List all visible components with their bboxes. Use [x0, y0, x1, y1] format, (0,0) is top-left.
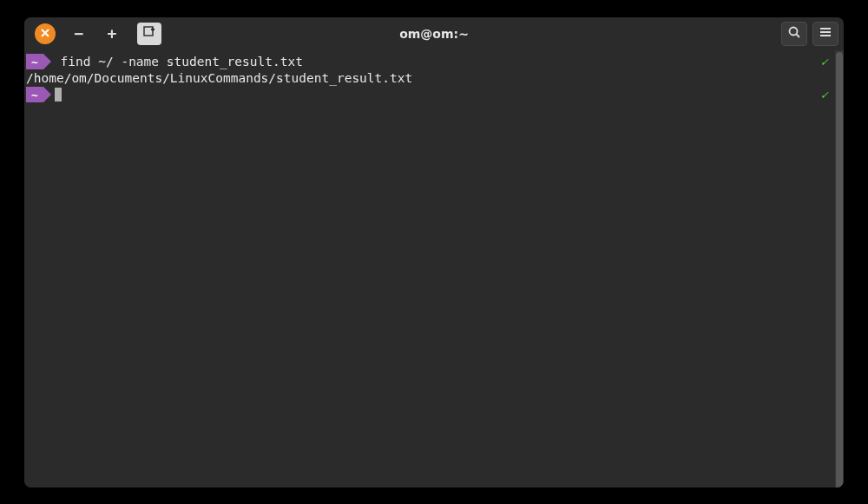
menu-button[interactable] — [812, 22, 838, 46]
titlebar: − + om@om:~ — [24, 17, 844, 50]
command-text: find ~/ -name student_result.txt — [53, 54, 303, 70]
window-title: om@om:~ — [399, 27, 469, 41]
titlebar-right — [781, 22, 838, 46]
prompt-cwd: ~ — [26, 87, 43, 102]
terminal-line: ~ find ~/ -name student_result.txt ✓ — [26, 54, 842, 70]
prompt-badge: ~ — [26, 54, 51, 69]
output-text: /home/om/Documents/LinuxCommands/student… — [26, 70, 412, 87]
prompt-arrow-icon — [43, 87, 51, 102]
prompt-badge: ~ — [26, 87, 51, 102]
hamburger-icon — [819, 25, 832, 43]
status-check-icon: ✓ — [821, 87, 828, 103]
maximize-button[interactable]: + — [97, 22, 127, 46]
search-button[interactable] — [781, 22, 807, 46]
prompt-arrow-icon — [43, 54, 51, 69]
search-icon — [787, 25, 801, 43]
terminal-window: − + om@om:~ — [24, 17, 844, 488]
close-icon — [40, 25, 50, 42]
prompt-cwd: ~ — [26, 54, 43, 69]
status-check-icon: ✓ — [821, 54, 828, 70]
terminal-line: /home/om/Documents/LinuxCommands/student… — [26, 70, 842, 87]
minimize-button[interactable]: − — [64, 22, 94, 46]
plus-icon: + — [108, 24, 117, 43]
svg-rect-2 — [144, 27, 153, 36]
svg-line-6 — [797, 34, 800, 37]
scrollbar-thumb[interactable] — [836, 52, 843, 488]
new-tab-button[interactable] — [137, 23, 161, 45]
close-button[interactable] — [35, 23, 56, 44]
terminal-body[interactable]: ~ find ~/ -name student_result.txt ✓ /ho… — [24, 50, 844, 488]
titlebar-left: − + — [30, 22, 161, 46]
new-tab-icon — [143, 25, 155, 42]
svg-point-5 — [790, 27, 798, 35]
cursor — [55, 88, 62, 101]
scrollbar-track[interactable] — [835, 50, 844, 488]
minus-icon: − — [75, 24, 84, 43]
terminal-line: ~ ✓ — [26, 87, 842, 103]
